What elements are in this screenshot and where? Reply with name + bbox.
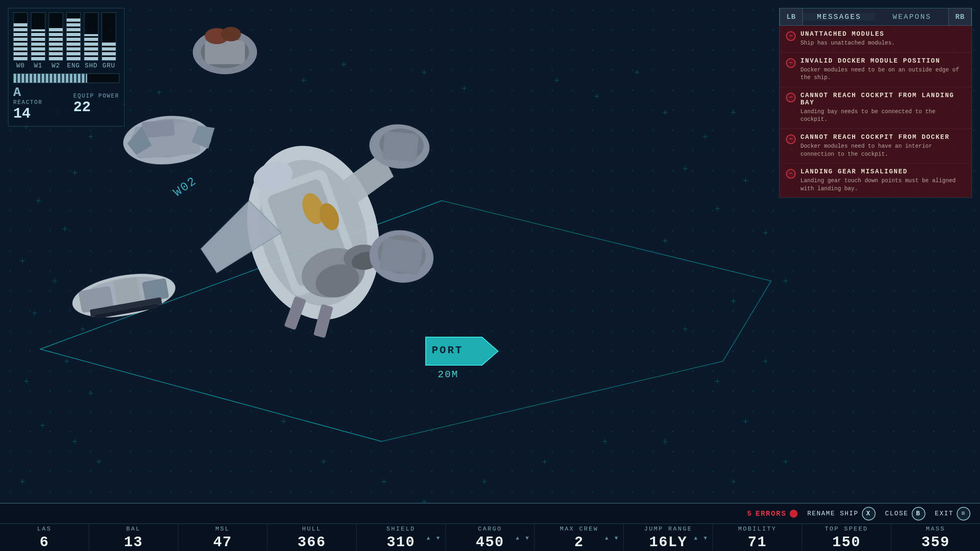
equip-power-label: EQUIP POWER — [74, 93, 119, 99]
exit-button[interactable]: EXIT ≡ — [935, 507, 970, 521]
power-bar-eng-label: ENG — [67, 62, 80, 69]
messages-panel: LB MESSAGES WEAPONS RB − UNATTACHED MODU… — [779, 8, 972, 198]
power-bar-w2-label: W2 — [51, 62, 60, 69]
panel-tabs: LB MESSAGES WEAPONS RB — [779, 8, 972, 26]
svg-line-4 — [723, 281, 771, 361]
message-content: UNATTACHED MODULES Ship has unattached m… — [800, 30, 965, 47]
rename-ship-button[interactable]: RENAME SHIP X — [807, 507, 876, 521]
message-title: INVALID DOCKER MODULE POSITION — [800, 57, 965, 65]
rename-key-circle: X — [862, 507, 876, 521]
stat-label: TOP SPEED — [825, 526, 868, 533]
message-description: Landing bay needs to be connected to the… — [800, 108, 965, 124]
stat-item-top-speed: TOP SPEED 150 — [802, 524, 891, 551]
stat-label: LAS — [37, 526, 51, 533]
stat-arrow-down[interactable]: ▼ — [434, 534, 442, 542]
message-title: LANDING GEAR MISALIGNED — [800, 168, 965, 175]
message-description: Landing gear touch down points must be a… — [800, 177, 965, 193]
power-bar-w1: W1 — [31, 12, 45, 69]
power-bar-shd-label: SHD — [85, 62, 98, 69]
svg-line-1 — [40, 349, 382, 441]
message-item: − CANNOT REACH COCKPIT FROM LANDING BAY … — [780, 87, 972, 129]
close-key-circle: B — [912, 507, 925, 521]
stat-item-mobility: MOBILITY 71 — [713, 524, 802, 551]
svg-text:PORT: PORT — [432, 344, 463, 356]
stat-value: 359 — [921, 534, 950, 551]
stat-arrow-down[interactable]: ▼ — [523, 534, 531, 542]
rb-button[interactable]: RB — [948, 8, 972, 26]
power-bars: W0 W1 W2 ENG SHD — [13, 12, 119, 69]
stat-value: 71 — [748, 534, 767, 551]
message-title: CANNOT REACH COCKPIT FROM LANDING BAY — [800, 92, 965, 106]
message-description: Docker modules need to have an interior … — [800, 142, 965, 158]
hud-power-panel: W0 W1 W2 ENG SHD — [8, 8, 125, 126]
svg-rect-123 — [205, 40, 245, 64]
equip-power-section: EQUIP POWER 22 — [74, 93, 119, 116]
stat-item-bal: BAL 13 — [89, 524, 178, 551]
message-error-icon: − — [786, 134, 796, 144]
close-key: B — [916, 510, 921, 517]
stat-value: 150 — [832, 534, 861, 551]
close-label: CLOSE — [885, 510, 909, 517]
stat-item-hull: HULL 366 — [267, 524, 357, 551]
stat-value: 366 — [298, 534, 326, 551]
exit-label: EXIT — [935, 510, 953, 517]
message-description: Docker modules need to be on an outside … — [800, 66, 965, 82]
stat-arrow-up[interactable]: ▲ — [692, 534, 700, 542]
power-bar-eng-bar — [66, 12, 81, 61]
stat-value: 450 — [476, 534, 504, 551]
stat-arrows: ▲ ▼ — [602, 534, 620, 542]
exit-key-circle: ≡ — [957, 507, 970, 521]
stat-label: CARGO — [478, 526, 502, 533]
tab-messages[interactable]: MESSAGES — [803, 13, 876, 21]
message-content: INVALID DOCKER MODULE POSITION Docker mo… — [800, 57, 965, 82]
stat-arrow-up[interactable]: ▲ — [513, 534, 521, 542]
tab-weapons[interactable]: WEAPONS — [876, 13, 948, 21]
stat-arrows: ▲ ▼ — [692, 534, 709, 542]
stat-arrow-down[interactable]: ▼ — [612, 534, 620, 542]
message-content: CANNOT REACH COCKPIT FROM DOCKER Docker … — [800, 134, 965, 158]
power-bar-w0-bar — [13, 12, 28, 61]
stat-arrow-down[interactable]: ▼ — [701, 534, 709, 542]
stat-label: MASS — [926, 526, 945, 533]
equip-power-value: 22 — [74, 99, 119, 116]
stat-label: BAL — [126, 526, 141, 533]
errors-count: 5 — [747, 510, 752, 518]
lb-button[interactable]: LB — [780, 8, 803, 26]
stat-value: 6 — [40, 534, 49, 551]
rename-ship-label: RENAME SHIP — [807, 510, 859, 517]
power-bar-eng: ENG — [66, 12, 81, 69]
stat-arrows: ▲ ▼ — [425, 534, 442, 542]
stat-item-max-crew: MAX CREW 2 ▲ ▼ — [535, 524, 624, 551]
close-button[interactable]: CLOSE B — [885, 507, 925, 521]
stat-arrows: ▲ ▼ — [513, 534, 531, 542]
grid-label-w02: W02 — [171, 174, 200, 199]
power-bar-w1-bar — [31, 12, 45, 61]
stats-bar: LAS 6 BAL 13 MSL 47 HULL 366 SHIELD 310 … — [0, 524, 980, 551]
port-arrow-group: PORT 20M — [426, 337, 498, 380]
reactor-value: 14 — [13, 106, 43, 122]
rename-key: X — [866, 510, 871, 517]
message-item: − LANDING GEAR MISALIGNED Landing gear t… — [780, 163, 972, 197]
stat-value: 16LY — [649, 534, 687, 551]
stat-value: 47 — [213, 534, 232, 551]
stat-arrow-up[interactable]: ▲ — [425, 534, 433, 542]
stat-value: 310 — [387, 534, 415, 551]
stat-item-mass: MASS 359 — [891, 524, 980, 551]
message-error-icon: − — [786, 58, 796, 68]
stat-label: MSL — [215, 526, 230, 533]
power-bar-gru: GRU — [102, 12, 116, 69]
bottom-controls: 5 ERRORS RENAME SHIP X CLOSE B EXIT ≡ — [0, 504, 980, 524]
stat-label: HULL — [302, 526, 321, 533]
stat-item-jump-range: JUMP RANGE 16LY ▲ ▼ — [624, 524, 713, 551]
message-content: CANNOT REACH COCKPIT FROM LANDING BAY La… — [800, 92, 965, 124]
power-bar-w2-bar — [49, 12, 63, 61]
message-content: LANDING GEAR MISALIGNED Landing gear tou… — [800, 168, 965, 193]
power-bar-w1-label: W1 — [34, 62, 42, 69]
stat-label: SHIELD — [386, 526, 415, 533]
message-title: CANNOT REACH COCKPIT FROM DOCKER — [800, 134, 965, 141]
stat-arrow-up[interactable]: ▲ — [602, 534, 610, 542]
reactor-info: A REACTOR 14 EQUIP POWER 22 — [13, 86, 119, 122]
exit-key: ≡ — [961, 510, 966, 517]
message-item: − INVALID DOCKER MODULE POSITION Docker … — [780, 53, 972, 87]
message-item: − CANNOT REACH COCKPIT FROM DOCKER Docke… — [780, 129, 972, 163]
